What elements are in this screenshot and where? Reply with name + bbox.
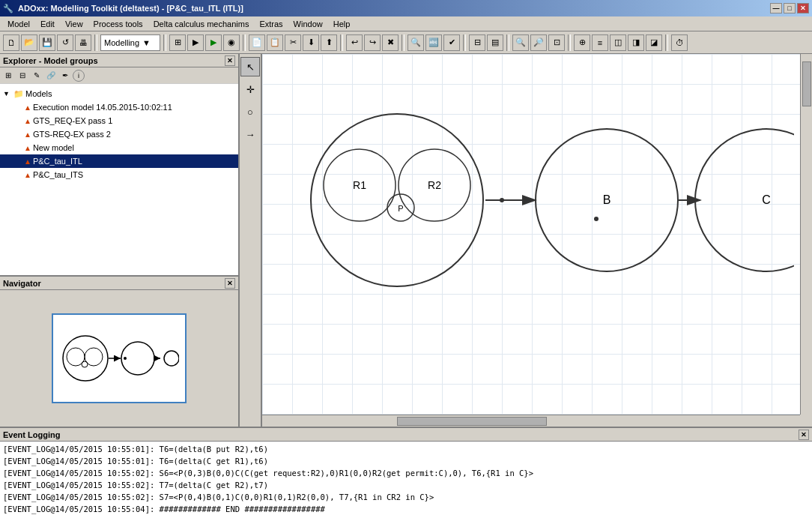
mode-dropdown[interactable]: Modelling ▼ — [100, 34, 160, 51]
circle-tool-button[interactable]: ○ — [240, 102, 260, 121]
minimize-button[interactable]: — — [770, 3, 782, 13]
tb-attrib[interactable]: 🔤 — [425, 34, 442, 51]
menu-help[interactable]: Help — [329, 18, 355, 30]
tb-undo[interactable]: ↩ — [346, 34, 363, 51]
exp-edit[interactable]: ✒ — [58, 69, 72, 82]
tb-table[interactable]: ▤ — [487, 34, 503, 51]
tb-save[interactable]: 💾 — [39, 34, 55, 51]
tb-zoom-in[interactable]: 🔍 — [512, 34, 529, 51]
canvas-hscroll-thumb[interactable] — [397, 417, 547, 426]
menu-model[interactable]: Model — [3, 18, 34, 30]
tb-find[interactable]: 🔍 — [407, 34, 424, 51]
tb-sep-5 — [402, 34, 405, 51]
tree-item-label-1: GTS_REQ-EX pass 1 — [33, 116, 112, 125]
canvas-vertical-scrollbar[interactable] — [800, 54, 812, 415]
event-log-content[interactable]: [EVENT_LOG@14/05/2015 10:55:01]: T6=(del… — [0, 442, 812, 524]
canvas-panel[interactable]: R1 P R2 B — [262, 54, 812, 427]
exp-new[interactable]: ✎ — [30, 69, 43, 82]
tree-item-label-3: New model — [33, 143, 74, 152]
tree-item-2[interactable]: ▲ GTS-REQ-EX pass 2 — [0, 127, 238, 141]
exp-expand-all[interactable]: ⊞ — [1, 69, 15, 82]
left-panel: Explorer - Model groups ✕ ⊞ ⊟ ✎ 🔗 ✒ i ▼ … — [0, 54, 240, 427]
tb-import[interactable]: ⬇ — [303, 34, 319, 51]
explorer-panel: Explorer - Model groups ✕ ⊞ ⊟ ✎ 🔗 ✒ i ▼ … — [0, 54, 238, 277]
tb-print[interactable]: 🖶 — [75, 34, 91, 51]
svg-point-10 — [311, 114, 483, 286]
menu-edit[interactable]: Edit — [36, 18, 59, 30]
svg-point-8 — [164, 351, 179, 366]
exp-info[interactable]: i — [73, 70, 85, 82]
tb-extra4[interactable]: ◨ — [628, 34, 644, 51]
explorer-title: Explorer - Model groups — [3, 56, 98, 65]
title-bar: 🔧 ADOxx: Modelling Toolkit (deltatest) -… — [0, 0, 812, 16]
tb-new[interactable]: 🗋 — [3, 34, 19, 51]
mode-label: Modelling — [104, 38, 139, 47]
tb-extra3[interactable]: ◫ — [610, 34, 626, 51]
tb-redo[interactable]: ↪ — [364, 34, 381, 51]
event-log-close-button[interactable]: ✕ — [799, 430, 809, 440]
tb-export[interactable]: ⬆ — [321, 34, 337, 51]
tb-flow1[interactable]: ▶ — [187, 34, 204, 51]
menu-extras[interactable]: Extras — [255, 18, 287, 30]
tb-cut[interactable]: ✂ — [285, 34, 301, 51]
log-line-0: [EVENT_LOG@14/05/2015 10:55:01]: T6=(del… — [3, 443, 809, 455]
exp-link[interactable]: 🔗 — [44, 69, 58, 82]
canvas-horizontal-scrollbar[interactable] — [262, 415, 800, 427]
tb-flow2[interactable]: ▶ — [205, 34, 222, 51]
tb-zoom-fit[interactable]: ⊡ — [548, 34, 565, 51]
explorer-close-button[interactable]: ✕ — [225, 55, 235, 66]
canvas-vscroll-thumb[interactable] — [802, 61, 811, 106]
tb-refresh[interactable]: ↺ — [57, 34, 73, 51]
exp-collapse-all[interactable]: ⊟ — [16, 69, 29, 82]
window-title: ADOxx: Modelling Toolkit (deltatest) - [… — [18, 4, 243, 13]
close-button[interactable]: ✕ — [797, 3, 809, 13]
tb-extra1[interactable]: ⊕ — [574, 34, 590, 51]
svg-point-0 — [63, 336, 108, 381]
tb-paste[interactable]: 📋 — [267, 34, 283, 51]
tb-layout[interactable]: ⊟ — [469, 34, 485, 51]
menu-view[interactable]: View — [61, 18, 88, 30]
tb-check[interactable]: ✔ — [443, 34, 460, 51]
cursor-tool-button[interactable]: ↖ — [240, 57, 260, 76]
window-title-area: 🔧 ADOxx: Modelling Toolkit (deltatest) -… — [3, 4, 243, 13]
menu-window[interactable]: Window — [289, 18, 327, 30]
tb-extra5[interactable]: ◪ — [646, 34, 662, 51]
arrow-tool-button[interactable]: → — [240, 124, 260, 144]
main-toolbar: 🗋 📂 💾 ↺ 🖶 Modelling ▼ ⊞ ▶ ▶ ◉ 📄 📋 ✂ ⬇ ⬆ … — [0, 31, 812, 54]
tb-extra2[interactable]: ≡ — [592, 34, 608, 51]
tree-root[interactable]: ▼ 📁 Models — [0, 87, 238, 100]
navigator-viewport[interactable] — [52, 313, 187, 403]
svg-point-19 — [695, 129, 794, 271]
navigator-header: Navigator ✕ — [0, 277, 238, 290]
tree-item-5[interactable]: ▲ P&C_tau_ITS — [0, 168, 238, 181]
tree-item-label-4: P&C_tau_ITL — [33, 157, 82, 166]
svg-point-3 — [82, 361, 88, 367]
navigator-title: Navigator — [3, 279, 41, 288]
diagram-svg: R1 P R2 B — [285, 76, 794, 339]
menu-process-tools[interactable]: Process tools — [89, 18, 148, 30]
tb-grid[interactable]: ⊞ — [169, 34, 186, 51]
tb-copy[interactable]: 📄 — [249, 34, 265, 51]
tb-zoom-out[interactable]: 🔎 — [530, 34, 547, 51]
tree-item-3[interactable]: ▲ New model — [0, 141, 238, 154]
tree-item-4[interactable]: ▲ P&C_tau_ITL — [0, 154, 238, 168]
r2-label: R2 — [428, 179, 441, 191]
maximize-button[interactable]: □ — [784, 3, 796, 13]
svg-point-17 — [594, 217, 599, 221]
tb-flow3[interactable]: ◉ — [223, 34, 240, 51]
tb-sep-6 — [463, 34, 466, 51]
tb-open[interactable]: 📂 — [21, 34, 37, 51]
tree-item-0[interactable]: ▲ Execution model 14.05.2015-10:02:11 — [0, 100, 238, 114]
event-log: Event Logging ✕ [EVENT_LOG@14/05/2015 10… — [0, 427, 812, 524]
tree-item-1[interactable]: ▲ GTS_REQ-EX pass 1 — [0, 114, 238, 127]
menu-delta-calculus[interactable]: Delta calculus mechanims — [149, 18, 254, 30]
navigator-diagram — [59, 328, 179, 388]
svg-point-15 — [500, 198, 504, 202]
navigator-content — [0, 290, 238, 427]
tb-delete[interactable]: ✖ — [382, 34, 399, 51]
event-log-header: Event Logging ✕ — [0, 428, 812, 442]
align-tool-button[interactable]: ✛ — [240, 79, 260, 99]
navigator-close-button[interactable]: ✕ — [225, 278, 235, 289]
log-line-3: [EVENT_LOG@14/05/2015 10:55:02]: T7=(del… — [3, 479, 809, 491]
tb-clock[interactable]: ⏱ — [671, 34, 688, 51]
